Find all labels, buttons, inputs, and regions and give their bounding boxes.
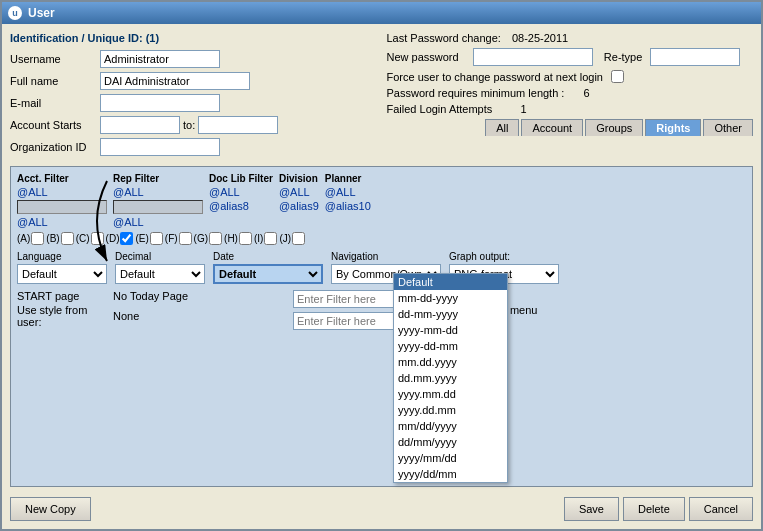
extra-left: START page No Today Page Use style from … xyxy=(17,290,243,330)
email-input[interactable] xyxy=(100,94,220,112)
fullname-label: Full name xyxy=(10,75,100,87)
username-row: Username xyxy=(10,50,377,68)
tab-groups[interactable]: Groups xyxy=(585,119,643,136)
date-option-dmy2[interactable]: dd.mm.yyyy xyxy=(394,370,507,386)
save-button[interactable]: Save xyxy=(564,497,619,521)
checkbox-b[interactable] xyxy=(61,232,74,245)
start-page-value: No Today Page xyxy=(113,290,243,302)
decimal-label: Decimal xyxy=(115,251,205,262)
checkbox-e[interactable] xyxy=(150,232,163,245)
new-password-label: New password xyxy=(387,51,465,63)
checkbox-h[interactable] xyxy=(239,232,252,245)
doclib-filter-val1: @ALL xyxy=(209,186,273,198)
planner-filter-val1: @ALL xyxy=(325,186,371,198)
org-id-input[interactable] xyxy=(100,138,220,156)
decimal-select[interactable]: Default xyxy=(115,264,205,284)
account-starts-row: Account Starts to: xyxy=(10,116,377,134)
doclib-filter-col: Doc Lib Filter @ALL @alias8 xyxy=(209,173,273,228)
decimal-group: Decimal Default xyxy=(115,251,205,284)
main-content: Identification / Unique ID: (1) Username… xyxy=(2,24,761,529)
rep-filter-label: Rep Filter xyxy=(113,173,203,184)
cb-g: (G) xyxy=(194,232,222,245)
cb-e: (E) xyxy=(135,232,162,245)
date-dropdown[interactable]: Default mm-dd-yyyy dd-mm-yyyy yyyy-mm-dd… xyxy=(393,273,508,483)
checkbox-f[interactable] xyxy=(179,232,192,245)
left-panel: Identification / Unique ID: (1) Username… xyxy=(10,32,377,160)
style-value: None xyxy=(113,310,243,322)
checkbox-c[interactable] xyxy=(91,232,104,245)
start-page-row: START page No Today Page xyxy=(17,290,243,302)
cb-b: (B) xyxy=(46,232,73,245)
section-title: Identification / Unique ID: (1) xyxy=(10,32,377,44)
acct-filter-input[interactable] xyxy=(17,200,107,214)
checkbox-g[interactable] xyxy=(209,232,222,245)
style-row: Use style from user: None xyxy=(17,304,243,328)
date-option-mdy3[interactable]: mm/dd/yyyy xyxy=(394,418,507,434)
checkbox-i[interactable] xyxy=(264,232,277,245)
window-icon: u xyxy=(8,6,22,20)
tab-all[interactable]: All xyxy=(485,119,519,136)
division-filter-label: Division xyxy=(279,173,319,184)
checkbox-d[interactable] xyxy=(120,232,133,245)
delete-button[interactable]: Delete xyxy=(623,497,685,521)
cb-f: (F) xyxy=(165,232,192,245)
cb-a: (A) xyxy=(17,232,44,245)
window-title: User xyxy=(28,6,55,20)
new-password-input[interactable] xyxy=(473,48,593,66)
to-label: to: xyxy=(183,119,195,131)
account-starts-input[interactable] xyxy=(100,116,180,134)
account-ends-input[interactable] xyxy=(198,116,278,134)
username-label: Username xyxy=(10,53,100,65)
tab-account[interactable]: Account xyxy=(521,119,583,136)
cancel-button[interactable]: Cancel xyxy=(689,497,753,521)
rep-filter-input[interactable] xyxy=(113,200,203,214)
title-bar: u User xyxy=(2,2,761,24)
date-option-ydm1[interactable]: yyyy-dd-mm xyxy=(394,338,507,354)
failed-attempts-label: Failed Login Attempts xyxy=(387,103,493,115)
tabs-row: All Account Groups Rights Other xyxy=(387,119,754,136)
email-row: E-mail xyxy=(10,94,377,112)
date-option-dmy1[interactable]: dd-mm-yyyy xyxy=(394,306,507,322)
tab-other[interactable]: Other xyxy=(703,119,753,136)
force-change-checkbox[interactable] xyxy=(611,70,624,83)
planner-filter-val2: @alias10 xyxy=(325,200,371,212)
planner-filter-label: Planner xyxy=(325,173,371,184)
date-option-ymd3[interactable]: yyyy/mm/dd xyxy=(394,450,507,466)
last-password-row: Last Password change: 08-25-2011 xyxy=(387,32,754,44)
date-option-ymd1[interactable]: yyyy-mm-dd xyxy=(394,322,507,338)
rep-filter-col: Rep Filter @ALL @ALL xyxy=(113,173,203,228)
planner-filter-col: Planner @ALL @alias10 xyxy=(325,173,371,228)
min-length-value: 6 xyxy=(583,87,589,99)
min-length-label: Password requires minimum length : xyxy=(387,87,565,99)
checkbox-j[interactable] xyxy=(292,232,305,245)
cb-d: (D) xyxy=(106,232,134,245)
bottom-bar: New Copy Save Delete Cancel xyxy=(10,493,753,521)
date-select[interactable]: Default xyxy=(213,264,323,284)
date-option-default[interactable]: Default xyxy=(394,274,507,290)
navigation-label: Navigation xyxy=(331,251,441,262)
force-change-row: Force user to change password at next lo… xyxy=(387,70,754,83)
settings-row: Language Default Decimal Default Date De… xyxy=(17,251,746,284)
fullname-input[interactable] xyxy=(100,72,250,90)
language-select[interactable]: Default xyxy=(17,264,107,284)
tab-rights[interactable]: Rights xyxy=(645,119,701,136)
date-option-mdy1[interactable]: mm-dd-yyyy xyxy=(394,290,507,306)
language-group: Language Default xyxy=(17,251,107,284)
date-option-dmy3[interactable]: dd/mm/yyyy xyxy=(394,434,507,450)
acct-filter-col: Acct. Filter @ALL @ALL xyxy=(17,173,107,228)
password-fields-row: New password Re-type xyxy=(387,48,754,66)
username-input[interactable] xyxy=(100,50,220,68)
min-length-row: Password requires minimum length : 6 xyxy=(387,87,754,99)
date-option-mdy2[interactable]: mm.dd.yyyy xyxy=(394,354,507,370)
language-label: Language xyxy=(17,251,107,262)
new-copy-button[interactable]: New Copy xyxy=(10,497,91,521)
date-option-ydm3[interactable]: yyyy/dd/mm xyxy=(394,466,507,482)
checkbox-a[interactable] xyxy=(31,232,44,245)
doclib-filter-val2: @alias8 xyxy=(209,200,273,212)
force-change-label: Force user to change password at next lo… xyxy=(387,71,603,83)
date-option-ydm2[interactable]: yyyy.dd.mm xyxy=(394,402,507,418)
date-option-ymd2[interactable]: yyyy.mm.dd xyxy=(394,386,507,402)
email-label: E-mail xyxy=(10,97,100,109)
failed-attempts-row: Failed Login Attempts 1 xyxy=(387,103,754,115)
retype-input[interactable] xyxy=(650,48,740,66)
